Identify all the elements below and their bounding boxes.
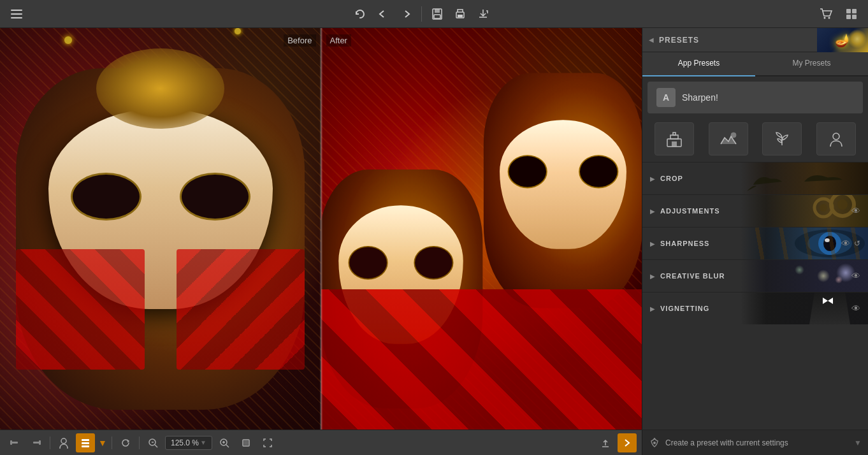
adjustments-visibility-icon[interactable]: 👁 [851,206,860,216]
svg-rect-46 [244,441,248,445]
panel-splitter[interactable] [320,28,322,430]
category-architecture[interactable] [655,122,694,155]
mask-eye-left [71,173,141,221]
toolbar-left [6,4,27,24]
after-eye-l1 [507,155,547,189]
create-preset-label: Create a preset with current settings [665,438,788,447]
presets-header: ◀ PRESETS 🪔 [642,28,868,52]
section-adjustments: ▶ ADJUSTMENTS 👁 [642,194,868,227]
sharpness-arrow-icon: ▶ [650,240,655,247]
right-sidebar: ◀ PRESETS 🪔 App Presets My Presets A Sha… [642,28,868,430]
save-button[interactable] [427,4,447,24]
sharpness-icons: 👁 ↺ [841,238,860,249]
canvas-area: Before [0,28,642,430]
category-portrait[interactable] [816,122,856,155]
fit-canvas-button[interactable] [236,433,256,452]
zoom-display[interactable]: 125.0 % ▼ [165,436,212,450]
bell-2 [235,28,241,34]
accordion-creative-blur-header[interactable]: ▶ CREATIVE BLUR 👁 [642,260,868,292]
crop-label: CROP [660,175,860,182]
crop-arrow-icon: ▶ [650,175,655,182]
svg-rect-1 [11,13,22,15]
layers-button[interactable] [76,433,95,452]
preset-icon-badge: A [656,88,676,107]
presets-title: PRESETS [659,36,812,45]
portrait-button[interactable] [54,433,73,452]
svg-rect-17 [672,141,674,147]
svg-point-47 [653,442,656,444]
bottom-area: ▼ 125.0 % ▼ [0,430,868,455]
cart-button[interactable] [816,4,836,24]
after-eye-r2 [414,246,454,279]
svg-rect-2 [11,17,22,18]
separator-3 [139,437,140,449]
sidebar-bottom-bar: Create a preset with current settings ▼ [642,430,868,455]
presets-collapse-button[interactable]: ◀ [649,36,654,43]
zoom-out-button[interactable] [143,433,163,452]
accordion-sharpness-header[interactable]: ▶ SHARPNESS 👁 ↺ [642,227,868,259]
tab-my-presets[interactable]: My Presets [755,52,868,75]
svg-point-8 [824,17,826,18]
fullfit-button[interactable] [258,433,277,452]
toolbar-center [27,4,816,24]
upload-button[interactable] [596,433,615,452]
svg-rect-18 [674,141,677,147]
svg-rect-10 [846,9,851,13]
sidebar-tabs: App Presets My Presets [642,52,868,76]
export-button[interactable] [473,4,493,24]
after-image [321,28,642,430]
sharpness-reset-icon[interactable]: ↺ [854,239,860,248]
creative-blur-arrow-icon: ▶ [650,273,655,280]
print-button[interactable] [450,4,470,24]
accordion-crop-header[interactable]: ▶ CROP [642,162,868,194]
canvas-bottom-toolbar: ▼ 125.0 % ▼ [0,430,642,455]
section-creative-blur: ▶ CREATIVE BLUR 👁 [642,259,868,292]
nav-prev-button[interactable] [5,433,24,452]
separator-2 [112,437,112,449]
menu-button[interactable] [6,4,27,24]
preset-featured-label: Sharpen! [682,92,718,103]
mask-pattern-right [177,249,305,370]
category-landscape[interactable] [709,122,748,155]
sharpness-visibility-icon[interactable]: 👁 [841,238,850,249]
before-image [0,28,321,430]
category-nature[interactable] [762,122,802,155]
adjustments-icons: 👁 [851,206,860,216]
tab-app-presets[interactable]: App Presets [642,52,755,76]
history-forward-button[interactable] [396,4,416,24]
svg-rect-33 [39,440,41,445]
vignetting-visibility-icon[interactable]: 👁 [851,303,860,314]
svg-rect-7 [458,15,463,17]
adjustments-label: ADJUSTMENTS [660,207,851,215]
preset-categories [642,119,868,162]
before-panel: Before [0,28,321,430]
rotate-button[interactable] [116,433,135,452]
after-bottom-pattern [321,289,642,430]
mask-pattern-left [16,249,144,370]
presets-corner-decoration: 🪔 [817,28,868,52]
grid-view-button[interactable] [841,4,862,24]
after-eye-l2 [349,246,388,279]
svg-rect-11 [852,9,857,13]
preset-featured[interactable]: A Sharpen! [647,82,863,113]
creative-blur-visibility-icon[interactable]: 👁 [851,271,860,281]
svg-line-44 [226,445,229,447]
undo-button[interactable] [350,4,370,24]
creative-blur-icons: 👁 [851,271,860,281]
divider-1 [421,6,422,22]
svg-line-40 [155,445,157,447]
separator-1 [50,437,50,449]
accordion-adjustments-header[interactable]: ▶ ADJUSTMENTS 👁 [642,195,868,227]
bell-1 [64,36,72,44]
vignetting-arrow-icon: ▶ [650,305,655,312]
image-canvas: Before [0,28,642,430]
nav-next-button[interactable] [27,433,46,452]
history-back-button[interactable] [373,4,393,24]
create-preset-button[interactable]: Create a preset with current settings [649,437,849,449]
accordion-vignetting-header[interactable]: ▶ VIGNETTING 👁 [642,292,868,324]
forward-button[interactable] [618,433,637,452]
svg-point-20 [833,133,839,140]
zoom-in-button[interactable] [215,433,234,452]
sidebar-expand-icon[interactable]: ▼ [854,438,862,447]
layers-dropdown-button[interactable]: ▼ [98,433,108,452]
